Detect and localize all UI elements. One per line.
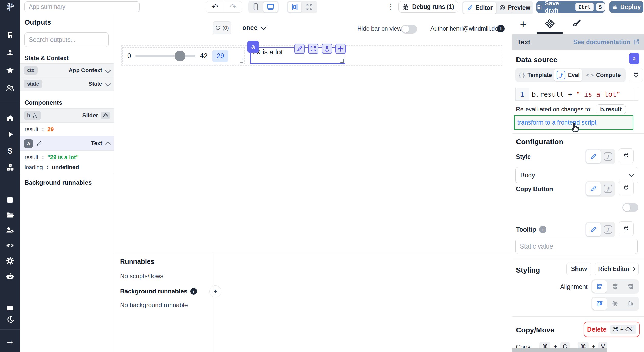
undo-button[interactable]: ↶: [206, 1, 224, 12]
add-background-runnable-button[interactable]: +: [209, 285, 221, 297]
tooltip-connect-plug-button[interactable]: [619, 221, 634, 236]
data-source-title: Data source: [516, 56, 557, 64]
settings-gear-icon[interactable]: [0, 256, 20, 266]
component-a-result[interactable]: result : "29 is a lot": [20, 152, 114, 163]
redo-button[interactable]: ↷: [224, 1, 242, 12]
windmill-logo[interactable]: [0, 2, 20, 12]
anchor-component-button[interactable]: [322, 44, 332, 54]
copy-button-toggle[interactable]: [622, 203, 638, 212]
outputs-search-input[interactable]: [24, 32, 109, 47]
centered-content-icon: [291, 3, 298, 11]
component-a-row[interactable]: a Text: [20, 136, 114, 151]
connect-plug-button[interactable]: [629, 68, 643, 82]
ai-robot-icon[interactable]: [0, 271, 20, 282]
info-icon[interactable]: i: [497, 25, 505, 32]
style-connect-plug-button[interactable]: [619, 148, 634, 163]
centered-layout-button[interactable]: [288, 1, 302, 13]
mobile-view-button[interactable]: [249, 1, 262, 13]
insert-component-tab[interactable]: +: [515, 17, 531, 32]
compute-mode-tab[interactable]: < > Compute: [582, 72, 625, 78]
slider-component[interactable]: 0 42 29: [122, 47, 245, 64]
component-settings-tab[interactable]: [542, 17, 557, 32]
debug-runs-button[interactable]: Debug runs (1): [398, 1, 458, 13]
component-b-row[interactable]: b Slider: [20, 108, 114, 123]
slider-track-area[interactable]: [135, 51, 195, 61]
plug-icon: [623, 185, 630, 191]
align-right-button[interactable]: [623, 280, 638, 293]
styling-show-button[interactable]: Show: [566, 263, 591, 275]
resize-handle[interactable]: [340, 59, 344, 63]
fullscreen-button[interactable]: [302, 1, 317, 13]
component-b-badge: b: [24, 111, 41, 120]
home-icon[interactable]: [0, 113, 20, 123]
reeval-label: Re-evaluated on changes to:: [516, 106, 592, 113]
slider-handle[interactable]: [175, 51, 185, 61]
more-menu-button[interactable]: ⋮: [386, 2, 396, 12]
edit-component-button[interactable]: [294, 44, 305, 54]
expand-rail-arrow-icon[interactable]: →: [0, 336, 20, 346]
hide-bar-toggle[interactable]: [401, 25, 417, 34]
dark-mode-moon-icon[interactable]: [0, 315, 20, 325]
see-documentation-link[interactable]: See documentation: [573, 38, 640, 46]
align-top-button[interactable]: [592, 298, 607, 310]
groups-icon[interactable]: [0, 83, 20, 93]
chevron-down-icon[interactable]: [105, 67, 111, 73]
ctx-row[interactable]: ctx App Context: [20, 63, 114, 77]
bug-icon: [402, 4, 409, 10]
editor-tab[interactable]: Editor: [463, 2, 496, 14]
save-draft-button[interactable]: Save draft Ctrl S: [536, 1, 605, 13]
desktop-view-button[interactable]: [263, 1, 278, 13]
runs-play-icon[interactable]: [0, 129, 20, 140]
section-divider: [512, 316, 644, 317]
preview-tab[interactable]: Preview: [497, 2, 532, 14]
refresh-button[interactable]: (0): [213, 21, 231, 34]
deploy-button[interactable]: Deploy: [609, 1, 643, 13]
app-summary-input[interactable]: [24, 1, 140, 12]
state-row[interactable]: state State: [20, 77, 114, 91]
slider-track[interactable]: [135, 55, 195, 57]
workspace-icon[interactable]: [0, 30, 20, 40]
style-eval-mode[interactable]: ƒ: [601, 150, 614, 163]
expand-component-button[interactable]: [308, 44, 318, 54]
collapse-b-button[interactable]: [101, 112, 110, 119]
horizontal-scrollbar[interactable]: [512, 348, 607, 352]
component-b-result[interactable]: result : 29: [20, 123, 114, 136]
css-editor-tab[interactable]: [568, 17, 584, 32]
move-component-button[interactable]: [335, 44, 346, 54]
align-middle-button[interactable]: [608, 298, 622, 310]
tooltip-eval-mode[interactable]: ƒ: [601, 223, 614, 236]
align-left-button[interactable]: [592, 280, 607, 293]
chevron-down-icon[interactable]: [105, 81, 111, 87]
eval-mode-tab[interactable]: ƒ Eval: [554, 69, 582, 81]
component-a-loading[interactable]: loading : undefined: [20, 162, 114, 174]
workers-icon[interactable]: [0, 225, 20, 235]
docs-book-icon[interactable]: [0, 303, 20, 314]
rich-editor-button[interactable]: Rich Editor: [595, 263, 639, 275]
align-bottom-button[interactable]: [623, 298, 638, 310]
eval-code-editor[interactable]: 1 b.result + " is a lot": [515, 88, 638, 101]
style-static-mode[interactable]: [586, 150, 601, 163]
reeval-dependency-chip[interactable]: b.result: [596, 104, 626, 114]
resize-handle[interactable]: [240, 59, 243, 63]
copy-button-connect-plug-button[interactable]: [619, 181, 634, 195]
collapse-a-button[interactable]: [105, 141, 111, 147]
components-title: Components: [24, 99, 62, 106]
delete-component-button[interactable]: Delete ⌘ + ⌫: [584, 322, 640, 337]
copy-button-eval-mode[interactable]: ƒ: [601, 182, 614, 196]
schedules-calendar-icon[interactable]: [0, 195, 20, 205]
folders-icon[interactable]: [0, 210, 20, 220]
schedule-mode-dropdown[interactable]: once: [242, 22, 266, 33]
template-mode-tab[interactable]: { } Template: [516, 72, 554, 78]
align-center-horizontal-button[interactable]: [608, 280, 622, 293]
align-bottom-icon: [627, 300, 634, 307]
resources-cubes-icon[interactable]: [0, 162, 20, 173]
copy-button-static-mode[interactable]: [586, 182, 601, 196]
favorites-star-icon[interactable]: [0, 65, 20, 76]
pencil-icon[interactable]: [36, 140, 42, 146]
audit-eye-icon[interactable]: [0, 240, 20, 251]
tooltip-static-value-input[interactable]: [515, 239, 638, 254]
refresh-icon: [215, 25, 221, 31]
variables-dollar-icon[interactable]: $: [0, 146, 20, 156]
user-icon[interactable]: [0, 47, 20, 58]
tooltip-static-mode[interactable]: [586, 223, 601, 236]
